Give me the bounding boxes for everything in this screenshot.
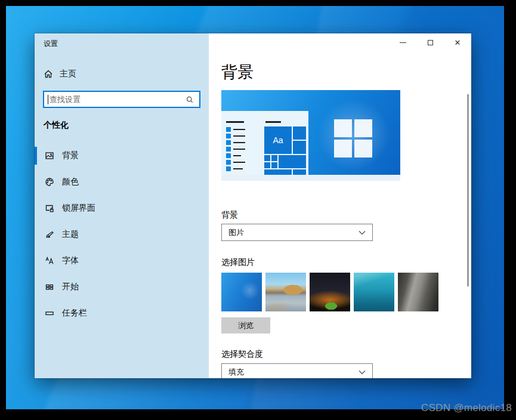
preview-theme-tile: Aa bbox=[264, 126, 292, 154]
background-type-dropdown[interactable]: 图片 bbox=[221, 224, 373, 241]
lockscreen-icon bbox=[45, 203, 54, 213]
windows-logo-icon bbox=[334, 119, 372, 158]
sidebar-item-colors[interactable]: 颜色 bbox=[35, 173, 209, 191]
taskbar-icon bbox=[45, 308, 54, 318]
choose-fit-label: 选择契合度 bbox=[221, 349, 263, 360]
wallpaper-thumbnail-night-camping[interactable] bbox=[310, 273, 350, 311]
search-icon[interactable] bbox=[185, 95, 194, 104]
sidebar-item-label: 颜色 bbox=[62, 177, 79, 187]
sidebar-item-start[interactable]: 开始 bbox=[35, 278, 209, 296]
chevron-down-icon bbox=[359, 228, 366, 237]
fit-dropdown[interactable]: 填充 bbox=[221, 363, 373, 378]
picture-thumbnails bbox=[221, 273, 438, 311]
browse-button[interactable]: 浏览 bbox=[221, 317, 270, 333]
settings-search-box[interactable] bbox=[43, 91, 200, 108]
sidebar-item-label: 开始 bbox=[62, 282, 79, 292]
background-field-label: 背景 bbox=[221, 210, 238, 221]
sidebar-item-themes[interactable]: 主题 bbox=[35, 226, 209, 243]
text-caret bbox=[48, 95, 48, 104]
image-icon bbox=[45, 151, 54, 160]
background-preview: Aa bbox=[221, 90, 400, 181]
watermark: CSDN @melodic18 bbox=[421, 402, 512, 414]
chevron-down-icon bbox=[359, 368, 366, 376]
window-controls: ✕ bbox=[389, 33, 471, 51]
sidebar-home-label: 主页 bbox=[60, 69, 76, 79]
fonts-icon bbox=[45, 256, 54, 265]
close-button[interactable]: ✕ bbox=[444, 33, 471, 51]
sidebar-item-fonts[interactable]: 字体 bbox=[35, 252, 209, 270]
content-scrollbar[interactable] bbox=[467, 94, 469, 286]
settings-window: 设置 主页 个性化 背景 bbox=[35, 33, 471, 378]
maximize-button[interactable] bbox=[416, 33, 444, 51]
sidebar-item-background[interactable]: 背景 bbox=[35, 147, 209, 165]
sidebar-item-home[interactable]: 主页 bbox=[44, 67, 76, 81]
background-type-value: 图片 bbox=[228, 227, 244, 238]
search-input[interactable] bbox=[50, 95, 185, 104]
fit-value: 填充 bbox=[228, 367, 244, 378]
wallpaper-thumbnail-beach[interactable] bbox=[265, 273, 306, 311]
sidebar-item-taskbar[interactable]: 任务栏 bbox=[35, 304, 209, 322]
sidebar-nav: 背景 颜色 锁屏界面 主题 bbox=[35, 147, 209, 331]
sidebar-item-label: 锁屏界面 bbox=[62, 203, 95, 214]
minimize-icon bbox=[400, 42, 406, 43]
close-icon: ✕ bbox=[455, 39, 461, 47]
maximize-icon bbox=[428, 40, 433, 45]
wallpaper-thumbnail-underwater[interactable] bbox=[354, 273, 394, 311]
preview-taskbar bbox=[221, 175, 400, 181]
settings-content: ✕ 背景 Aa bbox=[209, 33, 471, 378]
start-icon bbox=[45, 282, 54, 292]
wallpaper-thumbnail-rock-face[interactable] bbox=[398, 273, 438, 311]
minimize-button[interactable] bbox=[389, 33, 416, 51]
home-icon bbox=[44, 69, 53, 79]
wallpaper-thumbnail-windows-default[interactable] bbox=[221, 273, 262, 311]
sidebar-item-label: 字体 bbox=[62, 255, 79, 266]
window-title: 设置 bbox=[44, 39, 58, 49]
sidebar-item-label: 任务栏 bbox=[62, 308, 87, 319]
theme-icon bbox=[45, 230, 54, 239]
sidebar-item-lockscreen[interactable]: 锁屏界面 bbox=[35, 199, 209, 217]
sidebar-item-label: 主题 bbox=[62, 229, 79, 240]
palette-icon bbox=[45, 177, 54, 187]
sidebar-item-label: 背景 bbox=[62, 150, 79, 161]
settings-sidebar: 设置 主页 个性化 背景 bbox=[35, 33, 209, 378]
choose-picture-label: 选择图片 bbox=[221, 257, 255, 268]
sidebar-section-title: 个性化 bbox=[44, 120, 69, 131]
page-title: 背景 bbox=[221, 61, 254, 83]
preview-app-window: Aa bbox=[221, 111, 308, 175]
